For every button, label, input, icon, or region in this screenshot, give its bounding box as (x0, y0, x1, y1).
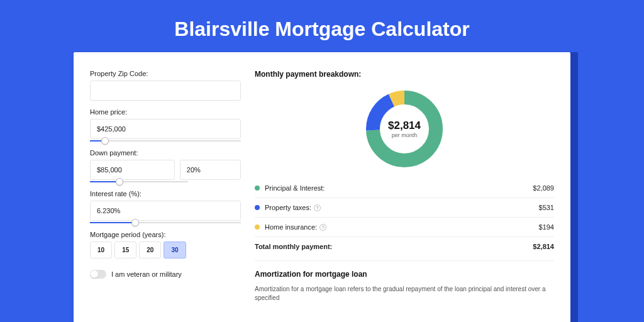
period-button-15[interactable]: 15 (114, 242, 136, 258)
slider-thumb-icon[interactable] (116, 178, 123, 186)
down-group: Down payment: (90, 149, 241, 182)
zip-group: Property Zip Code: (90, 70, 241, 101)
total-value: $2,814 (533, 243, 554, 250)
legend-dot-icon (255, 205, 260, 210)
form-panel: Property Zip Code: Home price: Down paym… (90, 70, 241, 303)
legend-row: Home insurance:?$194 (255, 218, 554, 237)
price-label: Home price: (90, 108, 241, 116)
zip-label: Property Zip Code: (90, 70, 241, 77)
info-icon[interactable]: ? (314, 204, 321, 211)
amortization-text: Amortization for a mortgage loan refers … (255, 285, 554, 303)
down-label: Down payment: (90, 149, 241, 157)
rate-group: Interest rate (%): (90, 190, 241, 223)
page-title: Blairsville Mortgage Calculator (0, 0, 644, 52)
period-button-10[interactable]: 10 (90, 242, 112, 258)
amortization-section: Amortization for mortgage loan Amortizat… (255, 260, 554, 303)
down-amount-input[interactable] (90, 160, 175, 180)
veteran-row: I am veteran or military (90, 270, 241, 279)
veteran-toggle[interactable] (90, 270, 106, 279)
breakdown-title: Monthly payment breakdown: (255, 70, 554, 79)
period-button-20[interactable]: 20 (139, 242, 161, 258)
rate-input[interactable] (90, 201, 241, 221)
breakdown-panel: Monthly payment breakdown: $2,814 per mo… (255, 70, 554, 303)
zip-input[interactable] (90, 80, 241, 101)
donut-value: $2,814 (388, 119, 421, 132)
price-input[interactable] (90, 119, 241, 139)
total-label: Total monthly payment: (255, 243, 533, 250)
down-slider[interactable] (90, 181, 188, 182)
info-icon[interactable]: ? (319, 224, 326, 231)
amortization-title: Amortization for mortgage loan (255, 270, 554, 279)
price-slider[interactable] (90, 140, 241, 142)
donut-chart: $2,814 per month (364, 89, 445, 169)
slider-thumb-icon[interactable] (101, 137, 109, 145)
period-buttons: 10152030 (90, 242, 241, 258)
legend-label: Principal & Interest: (265, 184, 533, 192)
legend: Principal & Interest:$2,089Property taxe… (255, 178, 554, 250)
period-button-30[interactable]: 30 (164, 242, 186, 258)
legend-total-row: Total monthly payment:$2,814 (255, 237, 554, 250)
calculator-card: Property Zip Code: Home price: Down paym… (74, 52, 570, 322)
donut-sub: per month (388, 132, 421, 138)
legend-dot-icon (255, 186, 260, 191)
legend-row: Principal & Interest:$2,089 (255, 179, 554, 198)
legend-label: Property taxes:? (265, 204, 539, 211)
legend-label: Home insurance:? (265, 223, 539, 231)
legend-value: $2,089 (533, 184, 554, 192)
rate-label: Interest rate (%): (90, 190, 241, 197)
price-group: Home price: (90, 108, 241, 142)
veteran-label: I am veteran or military (111, 270, 182, 278)
rate-slider[interactable] (90, 222, 241, 223)
slider-thumb-icon[interactable] (131, 219, 139, 226)
period-label: Mortgage period (years): (90, 231, 241, 238)
down-percent-input[interactable] (180, 160, 241, 180)
period-group: Mortgage period (years): 10152030 (90, 231, 241, 258)
legend-row: Property taxes:?$531 (255, 198, 554, 218)
legend-value: $531 (539, 204, 554, 211)
legend-value: $194 (539, 223, 554, 231)
legend-dot-icon (255, 225, 260, 230)
